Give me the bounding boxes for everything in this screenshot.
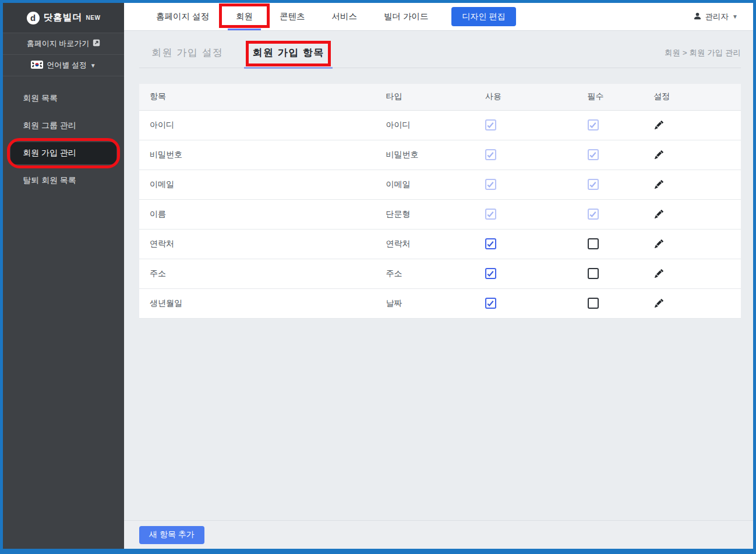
use-checkbox: [485, 119, 496, 130]
sidebar-menu-item-label: 회원 가입 관리: [23, 148, 76, 158]
table-row: 비밀번호 비밀번호: [139, 140, 741, 170]
field-type-cell: 이메일: [386, 170, 485, 199]
sidebar-menu-item[interactable]: 회원 그룹 관리: [3, 112, 124, 139]
required-checkbox[interactable]: [588, 238, 599, 249]
field-type-cell: 아이디: [386, 110, 485, 140]
required-checkbox: [588, 119, 599, 130]
tab[interactable]: 회원 가입 항목: [252, 46, 324, 68]
chevron-down-icon: ▼: [90, 62, 96, 69]
logo-text: 닷홈빌더: [44, 12, 82, 24]
topnav-item-label: 홈페이지 설정: [156, 11, 209, 22]
app-window: d 닷홈빌더 NEW 홈페이지 바로가기: [0, 0, 756, 554]
use-checkbox[interactable]: [485, 268, 496, 279]
use-cell: [485, 229, 588, 259]
edit-pencil-button[interactable]: [653, 209, 665, 220]
table-row: 생년월일 날짜: [139, 288, 741, 318]
use-checkbox: [485, 209, 496, 220]
settings-cell: [653, 229, 741, 259]
edit-pencil-button[interactable]: [653, 119, 665, 130]
admin-dropdown[interactable]: 관리자 ▼: [693, 12, 753, 22]
use-checkbox[interactable]: [485, 238, 496, 249]
table-header-row: 항목타입사용필수설정: [139, 84, 741, 110]
page-head: 회원 가입 설정 회원 가입 항목 회원 > 회원 가입 관리: [139, 31, 741, 68]
breadcrumb: 회원 > 회원 가입 관리: [665, 48, 741, 68]
required-cell: [588, 110, 654, 140]
field-type-cell: 주소: [386, 259, 485, 288]
required-checkbox: [588, 179, 599, 190]
field-type-cell: 날짜: [386, 288, 485, 318]
use-cell: [485, 288, 588, 318]
edit-pencil-button[interactable]: [653, 179, 665, 190]
table-row: 이름 단문형: [139, 199, 741, 229]
table-row: 이메일 이메일: [139, 170, 741, 199]
required-cell: [588, 288, 654, 318]
chevron-down-icon: ▼: [732, 13, 738, 20]
edit-pencil-button[interactable]: [653, 268, 665, 279]
sidebar-menu-item[interactable]: 탈퇴 회원 목록: [3, 167, 124, 194]
logo-new-badge: NEW: [86, 15, 101, 21]
sidebar-menu: 회원 목록 회원 그룹 관리 회원 가입 관리 탈퇴 회원 목록: [3, 76, 124, 194]
tab-label: 회원 가입 항목: [252, 47, 324, 58]
table-header-cell: 설정: [653, 84, 741, 110]
external-link-icon: [93, 39, 100, 48]
sidebar-menu-item-label: 회원 목록: [23, 93, 58, 104]
field-name-cell: 아이디: [139, 110, 386, 140]
language-settings-label: 언어별 설정: [47, 60, 87, 70]
required-checkbox: [588, 149, 599, 160]
person-icon: [693, 12, 702, 22]
required-checkbox[interactable]: [588, 298, 599, 309]
use-checkbox: [485, 179, 496, 190]
required-checkbox[interactable]: [588, 268, 599, 279]
required-cell: [588, 140, 654, 170]
add-item-button[interactable]: 새 항목 추가: [139, 526, 204, 544]
tab[interactable]: 회원 가입 설정: [151, 46, 223, 68]
admin-label: 관리자: [705, 12, 729, 22]
sidebar-menu-item-label: 회원 그룹 관리: [23, 121, 76, 131]
design-edit-button[interactable]: 디자인 편집: [451, 7, 517, 26]
edit-pencil-button[interactable]: [653, 149, 665, 160]
topnav-item[interactable]: 빌더 가이드: [370, 3, 442, 30]
edit-pencil-button[interactable]: [653, 298, 665, 309]
use-checkbox[interactable]: [485, 298, 496, 309]
topnav-item[interactable]: 서비스: [319, 3, 371, 30]
sidebar-menu-item[interactable]: 회원 가입 관리: [10, 142, 116, 164]
topnav-item-label: 콘텐츠: [280, 11, 305, 22]
field-name-cell: 주소: [139, 259, 386, 288]
settings-cell: [653, 288, 741, 318]
table-body: 아이디 아이디 비밀번호 비밀번호: [139, 110, 741, 318]
field-type-cell: 비밀번호: [386, 140, 485, 170]
field-type-cell: 단문형: [386, 199, 485, 229]
table-header-cell: 사용: [485, 84, 588, 110]
field-name-cell: 이메일: [139, 170, 386, 199]
topnav-items: 홈페이지 설정 회원 콘텐츠 서비스 빌더 가이드: [143, 3, 442, 30]
use-cell: [485, 259, 588, 288]
topnav-item[interactable]: 회원: [222, 3, 266, 30]
tab-label: 회원 가입 설정: [151, 47, 223, 58]
settings-cell: [653, 140, 741, 170]
topnav-item-label: 회원: [236, 11, 253, 22]
use-cell: [485, 140, 588, 170]
field-name-cell: 연락처: [139, 229, 386, 259]
topnav-item-label: 서비스: [332, 11, 358, 22]
topnav: 홈페이지 설정 회원 콘텐츠 서비스 빌더 가이드 디자인 편집 관리자 ▼: [124, 3, 753, 31]
table-row: 주소 주소: [139, 259, 741, 288]
settings-cell: [653, 259, 741, 288]
field-name-cell: 비밀번호: [139, 140, 386, 170]
main-area: 홈페이지 설정 회원 콘텐츠 서비스 빌더 가이드 디자인 편집 관리자 ▼ 회…: [124, 3, 753, 549]
language-settings-dropdown[interactable]: 언어별 설정 ▼: [3, 55, 124, 76]
dothome-logo-icon: d: [27, 12, 40, 24]
homepage-shortcut-link[interactable]: 홈페이지 바로가기: [3, 33, 124, 55]
table-header-cell: 필수: [588, 84, 654, 110]
use-cell: [485, 110, 588, 140]
table-header-cell: 항목: [139, 84, 386, 110]
sidebar-menu-item[interactable]: 회원 목록: [3, 84, 124, 112]
dothome-builder-logo[interactable]: d 닷홈빌더 NEW: [3, 3, 124, 33]
table-row: 아이디 아이디: [139, 110, 741, 140]
topnav-item[interactable]: 홈페이지 설정: [143, 3, 222, 30]
use-cell: [485, 199, 588, 229]
tabs: 회원 가입 설정 회원 가입 항목: [139, 46, 324, 68]
settings-cell: [653, 199, 741, 229]
signup-fields-table: 항목타입사용필수설정 아이디 아이디 비밀번호 비밀번호: [139, 84, 741, 319]
edit-pencil-button[interactable]: [653, 238, 665, 249]
topnav-item[interactable]: 콘텐츠: [266, 3, 319, 30]
